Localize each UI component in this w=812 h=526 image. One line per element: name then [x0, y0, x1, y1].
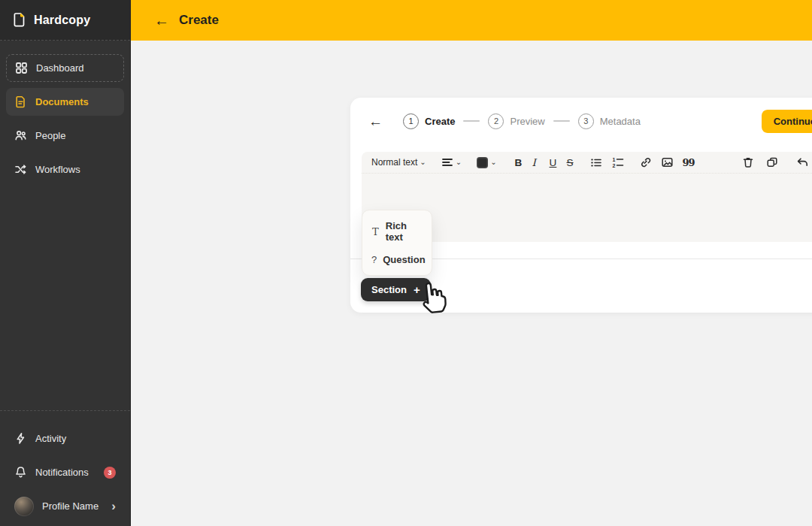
continue-button[interactable]: Continue →: [762, 110, 812, 133]
chevron-right-icon: ›: [111, 500, 116, 512]
italic-button[interactable]: I: [530, 155, 543, 170]
sidebar-item-label: Activity: [35, 433, 66, 444]
block-type-menu: T Rich text ? Question: [362, 210, 432, 276]
delete-button[interactable]: [740, 155, 756, 170]
text-color-dropdown[interactable]: ⌄: [474, 156, 498, 170]
paragraph-style-dropdown[interactable]: Normal text ⌄: [369, 156, 429, 169]
step-create[interactable]: 1 Create: [403, 113, 455, 129]
svg-text:2: 2: [612, 163, 615, 168]
step-label: Metadata: [600, 116, 641, 127]
sidebar-item-dashboard[interactable]: Dashboard: [6, 54, 124, 82]
step-metadata[interactable]: 3 Metadata: [578, 113, 641, 129]
step-number: 3: [578, 113, 594, 129]
align-dropdown[interactable]: ⌄: [439, 156, 464, 169]
topbar: ← Create: [131, 0, 812, 41]
sidebar-nav: Dashboard Documents People: [0, 41, 130, 183]
step-preview[interactable]: 2 Preview: [488, 113, 544, 129]
create-card: ← 1 Create 2 Preview 3 Metadata Continu: [350, 98, 812, 313]
underline-button[interactable]: U: [547, 156, 560, 170]
editor-toolbar: Normal text ⌄ ⌄ ⌄ B I U: [362, 152, 812, 174]
step-connector: [463, 120, 480, 122]
sidebar-item-documents[interactable]: Documents: [6, 88, 124, 116]
ordered-list-button[interactable]: 1 2: [609, 155, 626, 170]
plus-icon: +: [414, 284, 420, 295]
color-swatch-icon: [477, 157, 488, 168]
sidebar-brand[interactable]: Hardcopy: [0, 0, 130, 41]
duplicate-button[interactable]: [764, 155, 780, 170]
avatar: [14, 497, 34, 516]
sidebar-item-notifications[interactable]: Notifications 3: [6, 458, 124, 486]
app-logo-icon: [12, 12, 26, 28]
sidebar-item-label: Workflows: [35, 164, 80, 175]
brand-name: Hardcopy: [34, 14, 90, 27]
main-content: ← 1 Create 2 Preview 3 Metadata Continu: [131, 41, 812, 526]
wizard-header: ← 1 Create 2 Preview 3 Metadata Continu: [350, 98, 812, 132]
svg-text:1: 1: [612, 157, 615, 162]
bell-icon: [14, 466, 27, 479]
sidebar-item-label: Dashboard: [36, 62, 84, 74]
wizard-back-button[interactable]: ←: [368, 114, 383, 128]
continue-label: Continue: [774, 116, 812, 127]
sidebar-item-label: Documents: [35, 96, 89, 107]
text-type-icon: T: [371, 226, 380, 237]
undo-button[interactable]: [794, 156, 811, 169]
shuffle-icon: [14, 163, 27, 176]
sidebar-item-label: People: [35, 130, 65, 141]
strikethrough-button[interactable]: S: [565, 156, 577, 170]
people-icon: [14, 129, 27, 142]
image-button[interactable]: [659, 155, 676, 170]
chevron-down-icon: ⌄: [420, 160, 426, 165]
bullet-list-button[interactable]: [588, 156, 604, 170]
lightning-icon: [14, 432, 27, 445]
add-section-button[interactable]: Section +: [361, 278, 431, 301]
sidebar-item-label: Notifications: [35, 467, 89, 478]
document-icon: [14, 95, 27, 108]
sidebar-item-workflows[interactable]: Workflows: [6, 156, 124, 183]
step-label: Preview: [510, 116, 544, 127]
dashboard-grid-icon: [15, 62, 28, 74]
topbar-back-button[interactable]: ←: [154, 13, 169, 28]
blockquote-button[interactable]: 99: [680, 156, 697, 170]
sidebar-item-profile[interactable]: Profile Name ›: [6, 492, 124, 520]
sidebar-footer: Activity Notifications 3 Profile Name ›: [0, 410, 130, 520]
step-label: Create: [425, 116, 455, 127]
menu-item-question[interactable]: ? Question: [362, 249, 432, 270]
notifications-badge: 3: [104, 467, 116, 479]
step-number: 2: [488, 113, 504, 129]
menu-item-rich-text[interactable]: T Rich text: [362, 216, 432, 247]
sidebar-item-activity[interactable]: Activity: [6, 425, 124, 452]
bold-button[interactable]: B: [513, 156, 526, 170]
section-label: Section: [371, 284, 407, 295]
chevron-down-icon: ⌄: [456, 160, 462, 165]
sidebar: Hardcopy Dashboard Documents: [0, 0, 131, 526]
align-left-icon: [441, 157, 453, 168]
page-title: Create: [179, 13, 219, 28]
sidebar-item-people[interactable]: People: [6, 122, 124, 150]
step-connector: [553, 120, 570, 122]
question-mark-icon: ?: [371, 254, 377, 265]
chevron-down-icon: ⌄: [490, 160, 496, 165]
link-button[interactable]: [637, 155, 654, 170]
step-number: 1: [403, 113, 419, 129]
sidebar-item-label: Profile Name: [42, 500, 98, 512]
stepper: 1 Create 2 Preview 3 Metadata: [403, 113, 641, 129]
